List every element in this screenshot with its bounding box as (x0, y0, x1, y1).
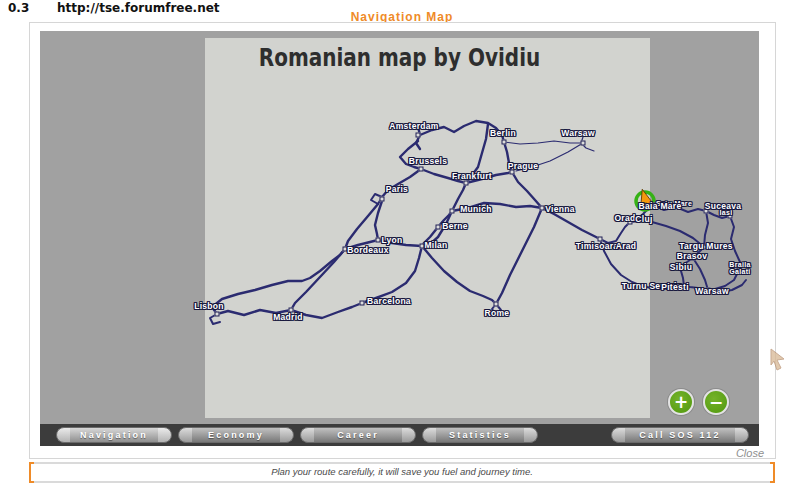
road (496, 208, 542, 304)
road-node (215, 312, 220, 317)
road-node (502, 140, 507, 145)
city-label-frankfurt: Frankfurt (452, 171, 492, 181)
zoom-out-button[interactable]: − (703, 389, 729, 415)
road-node (416, 133, 421, 138)
city-label-baia-mare: Baia Mare (639, 201, 682, 211)
toolbar-button-economy[interactable]: Economy (178, 427, 294, 443)
city-label-pitesti: Pitesti (661, 282, 689, 292)
road (600, 222, 630, 243)
city-label-lisbon: Lisbon (194, 301, 224, 311)
road-node (581, 141, 586, 146)
city-label-iasi: Iasi (720, 209, 733, 216)
tip-text: Plan your route carefully, it will save … (29, 464, 775, 480)
bottom-toolbar: NavigationEconomyCareerStatistics Call S… (40, 424, 759, 446)
road-node (380, 197, 385, 202)
toolbar-button-navigation[interactable]: Navigation (56, 427, 172, 443)
city-label-warsaw: Warsaw (561, 128, 595, 138)
road (422, 246, 496, 304)
page: { "page": { "version": "0.3", "url": "ht… (0, 0, 800, 484)
city-label-lyon: Lyon (381, 235, 402, 245)
city-label-milan: Milan (424, 240, 447, 250)
road-node (450, 209, 455, 214)
city-label-rome: Rome (485, 308, 510, 318)
road-network (210, 121, 746, 324)
city-label-targu-mures: Targu Mures (679, 241, 733, 251)
city-label-madrid: Madrid (273, 312, 303, 322)
close-button[interactable]: Close (736, 447, 764, 459)
city-label-munich: Munich (460, 204, 492, 214)
road-node (360, 301, 365, 306)
zoom-in-button[interactable]: + (668, 389, 694, 415)
city-label-brasov: Brasov (677, 251, 708, 261)
road-node (436, 225, 441, 230)
city-label-prague: Prague (508, 161, 539, 171)
city-label-paris: Paris (386, 184, 408, 194)
call-sos-button[interactable]: Call SOS 112 (611, 427, 749, 443)
city-label-warsaw: Warsaw (695, 286, 729, 296)
city-label-berne: Berne (442, 221, 468, 231)
road (504, 141, 583, 144)
city-label-barcelona: Barcelona (367, 296, 411, 306)
mouse-cursor-icon (769, 348, 789, 372)
toolbar-button-statistics[interactable]: Statistics (422, 427, 538, 443)
city-label-amsterdam: Amsterdam (389, 121, 438, 131)
road-node (494, 302, 499, 307)
city-label-timisoara: Timisoara (576, 241, 619, 251)
road-node (419, 167, 424, 172)
road (512, 172, 542, 208)
city-label-galati: Galati (729, 268, 750, 275)
city-label-cluj: Cluj (635, 214, 652, 224)
city-label-braila: Braila (729, 261, 750, 268)
map-panel: Romanian map by Ovidiu AmsterdamBerlinWa… (40, 31, 759, 446)
road-node (464, 181, 469, 186)
road (212, 249, 345, 314)
tip-bracket-right-icon (770, 462, 775, 483)
city-label-bordeaux: Bordeaux (347, 245, 389, 255)
city-label-brussels: Brussels (409, 156, 447, 166)
city-label-arad: Arad (616, 241, 637, 251)
road-node (376, 238, 381, 243)
road-node (540, 206, 545, 211)
tip-bar: Plan your route carefully, it will save … (29, 462, 775, 483)
city-label-sibiu: Sibiu (670, 262, 692, 272)
version-number: 0.3 (8, 1, 29, 15)
toolbar-button-career[interactable]: Career (300, 427, 416, 443)
city-label-berlin: Berlin (490, 128, 516, 138)
city-label-vienna: Vienna (545, 204, 575, 214)
tip-bracket-left-icon (29, 462, 34, 483)
